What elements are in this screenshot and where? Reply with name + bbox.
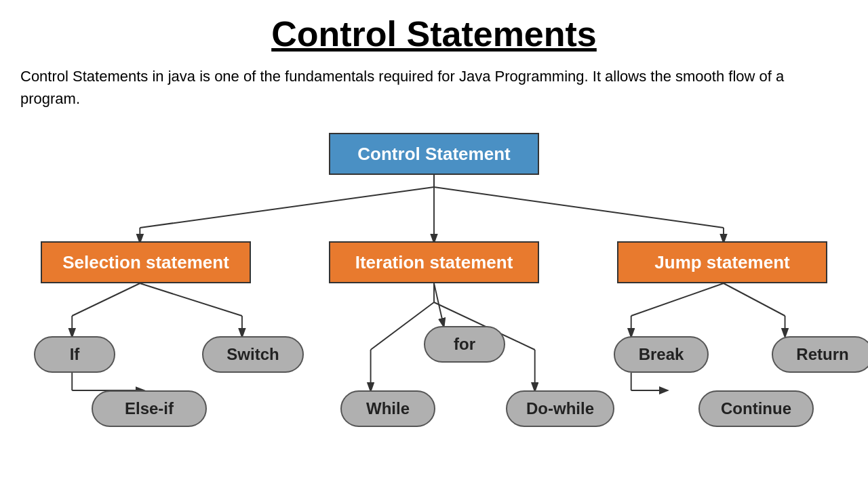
svg-line-4: [434, 187, 724, 228]
diagram: Control Statement Selection statement It…: [20, 126, 848, 445]
jump-box: Jump statement: [617, 241, 827, 283]
while-node: While: [340, 390, 435, 427]
page: Control Statements Control Statements in…: [0, 0, 868, 488]
break-node: Break: [614, 336, 709, 373]
svg-line-8: [140, 283, 242, 316]
continue-node: Continue: [698, 390, 814, 427]
iteration-box: Iteration statement: [329, 241, 539, 283]
svg-line-6: [72, 283, 140, 316]
svg-line-20: [724, 283, 785, 316]
iteration-label: Iteration statement: [355, 252, 513, 273]
selection-box: Selection statement: [41, 241, 251, 283]
page-description: Control Statements in java is one of the…: [20, 65, 848, 110]
dowhile-node: Do-while: [506, 390, 614, 427]
svg-line-2: [140, 187, 434, 228]
if-node: If: [34, 336, 115, 373]
root-label: Control Statement: [357, 144, 510, 165]
svg-line-12: [434, 283, 443, 326]
elseif-node: Else-if: [92, 390, 207, 427]
selection-label: Selection statement: [62, 252, 229, 273]
jump-label: Jump statement: [654, 252, 789, 273]
return-node: Return: [772, 336, 868, 373]
for-node: for: [424, 326, 505, 363]
switch-node: Switch: [202, 336, 304, 373]
svg-line-18: [631, 283, 724, 316]
page-title: Control Statements: [20, 14, 848, 54]
root-box: Control Statement: [329, 133, 539, 175]
